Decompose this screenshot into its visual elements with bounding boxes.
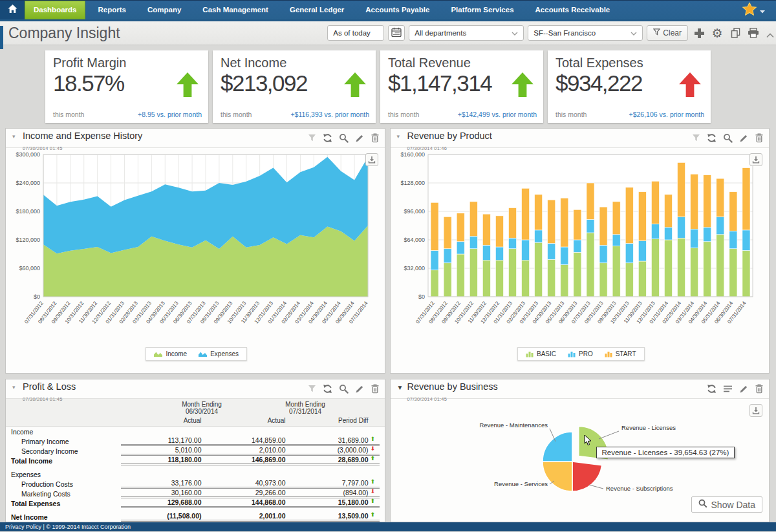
trend-up-icon	[344, 72, 366, 97]
table-row: Marketing Costs30,160.0029,266.00(894.00…	[11, 489, 380, 498]
edit-pencil-icon[interactable]	[739, 134, 748, 143]
download-icon	[752, 407, 760, 414]
copy-dashboard-icon[interactable]	[728, 25, 742, 41]
filter-icon	[653, 28, 660, 37]
nav-item-dashboards[interactable]: Dashboards	[25, 1, 85, 19]
svg-text:$0: $0	[34, 293, 40, 300]
footer-text[interactable]: Privacy Policy | © 1999-2014 Intacct Cor…	[5, 524, 131, 530]
collapse-panel-icon[interactable]: ▾	[12, 384, 16, 390]
revenue-business-panel: ▼ Revenue by Business 07/30/2014 01:45 R…	[390, 379, 770, 522]
download-chart-button[interactable]	[749, 404, 762, 417]
page-header: Company Insight All departments SF--San …	[0, 21, 776, 45]
table-row: Production Costs33,176.0040,973.007,797.…	[11, 479, 380, 489]
pie-tooltip: Revenue - Licenses - 39,654.63 (27%)	[596, 447, 735, 458]
svg-text:$120,000: $120,000	[16, 237, 40, 243]
svg-text:$160,000: $160,000	[400, 151, 425, 158]
edit-pencil-icon[interactable]	[355, 134, 364, 143]
favorite-star-icon[interactable]	[742, 3, 757, 18]
filter-icon[interactable]	[692, 134, 700, 142]
filter-icon[interactable]	[308, 385, 316, 393]
add-component-icon[interactable]	[692, 25, 706, 41]
footer: Privacy Policy | © 1999-2014 Intacct Cor…	[0, 522, 776, 531]
refresh-icon[interactable]	[323, 133, 332, 143]
legend-item-basic[interactable]: BASIC	[526, 350, 556, 357]
left-edge-tab	[0, 26, 3, 49]
legend-item-income[interactable]: Income	[154, 350, 187, 357]
print-icon[interactable]	[746, 25, 760, 41]
refresh-icon[interactable]	[707, 133, 717, 143]
delete-trash-icon[interactable]	[371, 133, 380, 143]
nav-item-cash-management[interactable]: Cash Management	[193, 1, 277, 19]
panel-toolbar	[308, 133, 380, 143]
table-row: Net Income(11,508.00)2,001.0013,509.00⬆	[11, 512, 380, 522]
panel-toolbar	[707, 384, 764, 394]
panel-header: ▾ Income and Expense History 07/30/2014 …	[6, 129, 385, 148]
nav-item-platform-services[interactable]: Platform Services	[442, 1, 523, 19]
home-icon	[7, 4, 18, 16]
kpi-delta: +$142,499 vs. prior month	[458, 111, 537, 118]
list-view-icon[interactable]	[723, 385, 733, 393]
mouse-cursor-icon	[584, 435, 592, 449]
nav-menu: DashboardsReportsCompanyCash ManagementG…	[25, 1, 622, 19]
edit-pencil-icon[interactable]	[355, 385, 364, 394]
clear-filters-button[interactable]: Clear	[647, 25, 688, 41]
download-chart-button[interactable]	[749, 153, 762, 166]
home-button[interactable]	[0, 1, 25, 19]
settings-gear-icon[interactable]: ⚙	[710, 25, 724, 41]
legend-item-pro[interactable]: PRO	[568, 350, 593, 357]
filter-icon[interactable]	[308, 134, 316, 142]
kpi-delta: +$116,393 vs. prior month	[290, 111, 369, 118]
collapse-panel-icon[interactable]: ▼	[397, 384, 404, 391]
calendar-button[interactable]	[388, 25, 405, 41]
table-row: Primary Income113,170.00144,859.0031,689…	[11, 436, 380, 446]
kpi-card-profit-margin: Profit Margin18.57%this month+8.95 vs. p…	[45, 50, 208, 123]
search-icon[interactable]	[723, 133, 733, 143]
delete-trash-icon[interactable]	[371, 384, 380, 394]
departments-select-value: All departments	[415, 29, 466, 37]
refresh-icon[interactable]	[323, 384, 332, 394]
kpi-title: Total Expenses	[555, 56, 703, 70]
kpi-period: this month	[221, 111, 252, 118]
svg-text:$240,000: $240,000	[16, 180, 40, 186]
collapse-panel-icon[interactable]: ▾	[12, 133, 16, 140]
collapse-header-icon[interactable]	[766, 29, 774, 41]
revenue-product-panel: ▾ Revenue by Product 07/30/2014 01:46 $0…	[390, 128, 770, 374]
chart-area: $0$60,000$120,000$180,000$240,000$300,00…	[6, 148, 385, 361]
favorites-dropdown-icon[interactable]	[760, 5, 766, 16]
show-data-button[interactable]: Show Data	[691, 496, 762, 513]
svg-text:$128,000: $128,000	[400, 180, 425, 186]
delete-trash-icon[interactable]	[755, 384, 764, 394]
nav-item-general-ledger[interactable]: General Ledger	[281, 1, 353, 19]
delete-trash-icon[interactable]	[755, 133, 764, 143]
location-select[interactable]: SF--San Francisco	[528, 25, 643, 41]
location-select-value: SF--San Francisco	[534, 29, 596, 37]
search-icon[interactable]	[339, 384, 349, 394]
departments-select[interactable]: All departments	[409, 25, 524, 41]
chevron-down-icon	[512, 29, 518, 37]
trend-up-icon	[679, 72, 701, 97]
kpi-period: this month	[555, 111, 587, 118]
nav-item-company[interactable]: Company	[138, 1, 190, 19]
panel-header: ▾ Revenue by Product 07/30/2014 01:46	[391, 129, 770, 148]
revenue_product-svg: $0$32,000$64,000$96,000$128,000$160,0000…	[394, 149, 758, 343]
revenue-product-chart: $0$32,000$64,000$96,000$128,000$160,0000…	[394, 149, 768, 346]
as-of-date-input[interactable]	[327, 25, 384, 41]
show-data-label: Show Data	[711, 500, 755, 510]
income_expense-svg: $0$60,000$120,000$180,000$240,000$300,00…	[10, 149, 373, 343]
legend-item-expenses[interactable]: Expenses	[199, 350, 239, 357]
legend-item-start[interactable]: START	[605, 350, 636, 357]
refresh-icon[interactable]	[707, 384, 717, 394]
pie-slice-revenue-maintenances[interactable]	[543, 432, 572, 462]
collapse-panel-icon[interactable]: ▾	[397, 133, 400, 140]
nav-item-accounts-receivable[interactable]: Accounts Receivable	[526, 1, 620, 19]
pie-chart-area: Revenue - LicensesRevenue - Subscription…	[391, 399, 770, 522]
nav-item-reports[interactable]: Reports	[89, 1, 135, 19]
clear-button-label: Clear	[663, 28, 682, 37]
download-chart-button[interactable]	[365, 153, 378, 166]
edit-pencil-icon[interactable]	[739, 385, 748, 394]
kpi-card-net-income: Net Income$213,092this month+$116,393 vs…	[213, 50, 376, 123]
search-icon[interactable]	[339, 133, 349, 143]
nav-item-accounts-payable[interactable]: Accounts Payable	[356, 1, 438, 19]
chart-area: $0$32,000$64,000$96,000$128,000$160,0000…	[391, 148, 770, 361]
chart-legend: IncomeExpenses	[10, 347, 383, 361]
